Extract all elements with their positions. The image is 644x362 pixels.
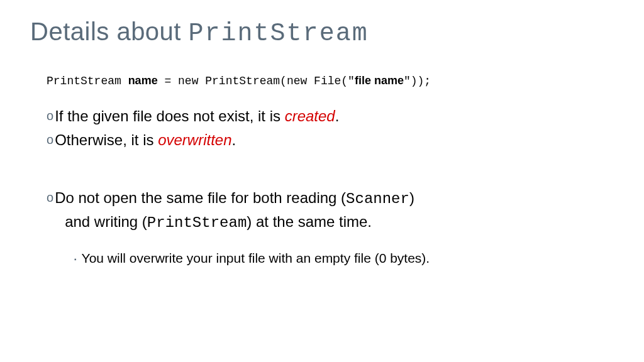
- bullet-3-content: Do not open the same file for both readi…: [55, 187, 414, 234]
- b2-before: Otherwise, it is: [55, 131, 158, 148]
- bullet-3: o Do not open the same file for both rea…: [47, 187, 614, 234]
- b3-line1: Do not open the same file for both readi…: [55, 187, 414, 211]
- title-prefix: Details about: [30, 18, 189, 45]
- code-p2: = new PrintStream(new File(": [158, 75, 355, 87]
- slide-content: Details about PrintStream PrintStream na…: [0, 0, 644, 266]
- bullet-1-content: If the given file does not exist, it is …: [55, 105, 339, 128]
- sub-bullet-text: You will overwrite your input file with …: [82, 251, 430, 266]
- b1-after: .: [335, 107, 340, 124]
- b2-after: .: [232, 131, 236, 148]
- bullet-1: o If the given file does not exist, it i…: [47, 105, 614, 128]
- b2-highlight: overwritten: [158, 131, 231, 148]
- code-p3: "));: [404, 75, 431, 87]
- b1-highlight: created: [285, 107, 335, 124]
- code-p1: PrintStream: [47, 75, 128, 87]
- sub-bullet-list: ▪ You will overwrite your input file wit…: [74, 251, 614, 266]
- bullet-marker: o: [47, 187, 53, 207]
- sub-bullet-1: ▪ You will overwrite your input file wit…: [74, 251, 614, 266]
- b3-mono1: Scanner: [346, 190, 409, 207]
- code-example: PrintStream name = new PrintStream(new F…: [47, 74, 614, 87]
- b3-t2: ): [409, 189, 414, 206]
- bullet-list: o If the given file does not exist, it i…: [47, 105, 614, 234]
- b3-t3: and writing (: [65, 213, 147, 230]
- code-name: name: [128, 74, 158, 87]
- code-filename: file name: [355, 74, 404, 87]
- bullet-marker: o: [47, 129, 53, 149]
- b3-line2: and writing (PrintStream) at the same ti…: [65, 211, 414, 234]
- slide-title: Details about PrintStream: [30, 18, 614, 48]
- b3-t4: ) at the same time.: [247, 213, 372, 230]
- b3-mono2: PrintStream: [147, 214, 247, 231]
- bullet-marker: o: [47, 105, 53, 125]
- b3-t1: Do not open the same file for both readi…: [55, 189, 346, 206]
- bullet-2-content: Otherwise, it is overwritten.: [55, 129, 236, 151]
- bullet-2: o Otherwise, it is overwritten.: [47, 129, 614, 151]
- b1-before: If the given file does not exist, it is: [55, 107, 285, 124]
- title-mono: PrintStream: [189, 19, 369, 48]
- sub-bullet-marker: ▪: [74, 251, 77, 263]
